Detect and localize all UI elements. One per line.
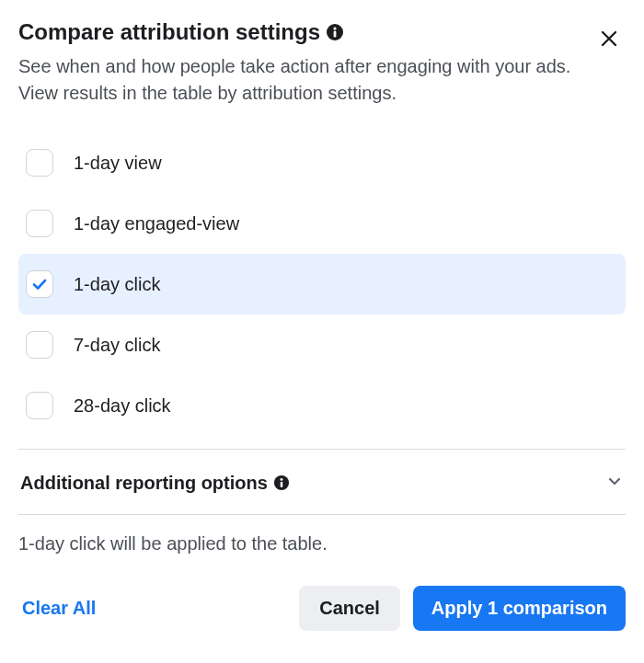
- checkbox[interactable]: [26, 149, 53, 177]
- svg-point-4: [280, 478, 282, 481]
- checkbox[interactable]: [26, 331, 53, 359]
- attribution-option-row[interactable]: 1-day click: [18, 254, 626, 314]
- title-block: Compare attribution settings See when an…: [18, 18, 592, 107]
- attribution-option-label: 1-day view: [74, 153, 162, 174]
- attribution-option-label: 1-day engaged-view: [74, 213, 239, 234]
- info-icon[interactable]: [273, 474, 290, 491]
- attribution-option-row[interactable]: 7-day click: [18, 314, 626, 375]
- applied-summary-text: 1-day click will be applied to the table…: [18, 533, 626, 554]
- dialog-subtitle: See when and how people take action afte…: [18, 53, 592, 107]
- svg-rect-5: [281, 482, 283, 487]
- divider: [18, 514, 626, 515]
- attribution-option-label: 1-day click: [74, 274, 160, 295]
- clear-all-button[interactable]: Clear All: [18, 589, 99, 628]
- additional-reporting-title: Additional reporting options: [20, 473, 268, 494]
- additional-reporting-toggle[interactable]: Additional reporting options: [18, 450, 626, 514]
- attribution-option-row[interactable]: 1-day view: [18, 132, 626, 193]
- attribution-option-label: 7-day click: [74, 335, 160, 356]
- attribution-option-row[interactable]: 28-day click: [18, 375, 626, 436]
- title-line: Compare attribution settings: [18, 18, 592, 46]
- attribution-options-list: 1-day view1-day engaged-view1-day click7…: [18, 132, 626, 436]
- checkbox[interactable]: [26, 210, 53, 237]
- dialog-footer: Clear All Cancel Apply 1 comparison: [18, 586, 626, 631]
- apply-button[interactable]: Apply 1 comparison: [413, 586, 626, 631]
- svg-rect-2: [334, 31, 337, 38]
- compare-attribution-dialog: Compare attribution settings See when an…: [0, 0, 644, 647]
- section-title-group: Additional reporting options: [20, 473, 290, 494]
- svg-point-1: [333, 27, 336, 29]
- cancel-button[interactable]: Cancel: [299, 586, 400, 631]
- attribution-option-label: 28-day click: [74, 395, 171, 417]
- attribution-option-row[interactable]: 1-day engaged-view: [18, 193, 626, 254]
- close-icon: [598, 39, 620, 52]
- dialog-header: Compare attribution settings See when an…: [18, 18, 626, 107]
- close-button[interactable]: [592, 22, 626, 58]
- checkbox[interactable]: [26, 270, 53, 298]
- chevron-down-icon: [605, 472, 624, 494]
- info-icon[interactable]: [326, 23, 344, 41]
- checkbox[interactable]: [26, 392, 53, 419]
- dialog-title: Compare attribution settings: [18, 18, 320, 46]
